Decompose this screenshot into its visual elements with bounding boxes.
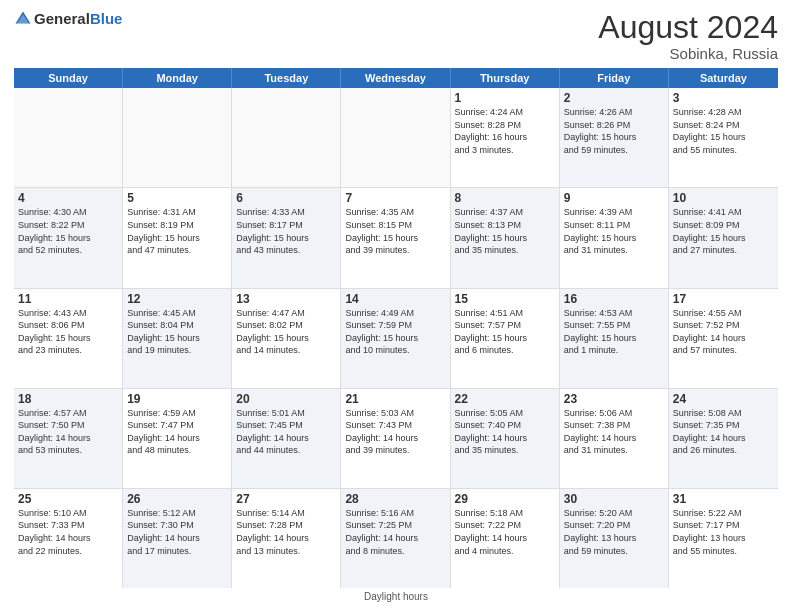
- footer-note: Daylight hours: [14, 591, 778, 602]
- day-number: 25: [18, 492, 118, 506]
- day-number: 11: [18, 292, 118, 306]
- calendar-cell: 16Sunrise: 4:53 AM Sunset: 7:55 PM Dayli…: [560, 289, 669, 388]
- day-info: Sunrise: 4:59 AM Sunset: 7:47 PM Dayligh…: [127, 407, 227, 457]
- calendar-cell: 22Sunrise: 5:05 AM Sunset: 7:40 PM Dayli…: [451, 389, 560, 488]
- subtitle: Sobinka, Russia: [598, 45, 778, 62]
- day-number: 27: [236, 492, 336, 506]
- day-number: 29: [455, 492, 555, 506]
- calendar-header-friday: Friday: [560, 68, 669, 88]
- calendar-week-1: 1Sunrise: 4:24 AM Sunset: 8:28 PM Daylig…: [14, 88, 778, 188]
- calendar-cell: 8Sunrise: 4:37 AM Sunset: 8:13 PM Daylig…: [451, 188, 560, 287]
- calendar-cell: [232, 88, 341, 187]
- calendar-cell: 13Sunrise: 4:47 AM Sunset: 8:02 PM Dayli…: [232, 289, 341, 388]
- day-number: 7: [345, 191, 445, 205]
- calendar: SundayMondayTuesdayWednesdayThursdayFrid…: [14, 68, 778, 588]
- calendar-header-monday: Monday: [123, 68, 232, 88]
- day-number: 17: [673, 292, 774, 306]
- calendar-cell: 18Sunrise: 4:57 AM Sunset: 7:50 PM Dayli…: [14, 389, 123, 488]
- calendar-cell: 31Sunrise: 5:22 AM Sunset: 7:17 PM Dayli…: [669, 489, 778, 588]
- calendar-header-thursday: Thursday: [451, 68, 560, 88]
- calendar-cell: 5Sunrise: 4:31 AM Sunset: 8:19 PM Daylig…: [123, 188, 232, 287]
- calendar-cell: 11Sunrise: 4:43 AM Sunset: 8:06 PM Dayli…: [14, 289, 123, 388]
- calendar-cell: 14Sunrise: 4:49 AM Sunset: 7:59 PM Dayli…: [341, 289, 450, 388]
- day-number: 20: [236, 392, 336, 406]
- calendar-cell: 4Sunrise: 4:30 AM Sunset: 8:22 PM Daylig…: [14, 188, 123, 287]
- day-info: Sunrise: 5:20 AM Sunset: 7:20 PM Dayligh…: [564, 507, 664, 557]
- calendar-cell: 7Sunrise: 4:35 AM Sunset: 8:15 PM Daylig…: [341, 188, 450, 287]
- day-number: 12: [127, 292, 227, 306]
- calendar-header-wednesday: Wednesday: [341, 68, 450, 88]
- day-info: Sunrise: 4:43 AM Sunset: 8:06 PM Dayligh…: [18, 307, 118, 357]
- day-info: Sunrise: 5:16 AM Sunset: 7:25 PM Dayligh…: [345, 507, 445, 557]
- day-number: 16: [564, 292, 664, 306]
- day-number: 4: [18, 191, 118, 205]
- day-number: 2: [564, 91, 664, 105]
- day-number: 24: [673, 392, 774, 406]
- main-title: August 2024: [598, 10, 778, 45]
- day-info: Sunrise: 5:08 AM Sunset: 7:35 PM Dayligh…: [673, 407, 774, 457]
- calendar-cell: [14, 88, 123, 187]
- calendar-cell: 10Sunrise: 4:41 AM Sunset: 8:09 PM Dayli…: [669, 188, 778, 287]
- day-number: 3: [673, 91, 774, 105]
- day-info: Sunrise: 5:12 AM Sunset: 7:30 PM Dayligh…: [127, 507, 227, 557]
- calendar-cell: 20Sunrise: 5:01 AM Sunset: 7:45 PM Dayli…: [232, 389, 341, 488]
- day-number: 26: [127, 492, 227, 506]
- day-info: Sunrise: 5:05 AM Sunset: 7:40 PM Dayligh…: [455, 407, 555, 457]
- calendar-header-saturday: Saturday: [669, 68, 778, 88]
- day-number: 13: [236, 292, 336, 306]
- calendar-cell: 3Sunrise: 4:28 AM Sunset: 8:24 PM Daylig…: [669, 88, 778, 187]
- calendar-cell: 26Sunrise: 5:12 AM Sunset: 7:30 PM Dayli…: [123, 489, 232, 588]
- calendar-cell: 6Sunrise: 4:33 AM Sunset: 8:17 PM Daylig…: [232, 188, 341, 287]
- calendar-cell: 29Sunrise: 5:18 AM Sunset: 7:22 PM Dayli…: [451, 489, 560, 588]
- calendar-header-row: SundayMondayTuesdayWednesdayThursdayFrid…: [14, 68, 778, 88]
- day-info: Sunrise: 5:22 AM Sunset: 7:17 PM Dayligh…: [673, 507, 774, 557]
- page: GeneralBlue August 2024 Sobinka, Russia …: [0, 0, 792, 612]
- day-info: Sunrise: 4:31 AM Sunset: 8:19 PM Dayligh…: [127, 206, 227, 256]
- calendar-cell: 21Sunrise: 5:03 AM Sunset: 7:43 PM Dayli…: [341, 389, 450, 488]
- day-info: Sunrise: 5:18 AM Sunset: 7:22 PM Dayligh…: [455, 507, 555, 557]
- day-number: 14: [345, 292, 445, 306]
- calendar-cell: [341, 88, 450, 187]
- header: GeneralBlue August 2024 Sobinka, Russia: [14, 10, 778, 62]
- calendar-cell: 25Sunrise: 5:10 AM Sunset: 7:33 PM Dayli…: [14, 489, 123, 588]
- calendar-cell: [123, 88, 232, 187]
- day-info: Sunrise: 5:10 AM Sunset: 7:33 PM Dayligh…: [18, 507, 118, 557]
- day-info: Sunrise: 5:14 AM Sunset: 7:28 PM Dayligh…: [236, 507, 336, 557]
- day-info: Sunrise: 4:49 AM Sunset: 7:59 PM Dayligh…: [345, 307, 445, 357]
- day-info: Sunrise: 4:53 AM Sunset: 7:55 PM Dayligh…: [564, 307, 664, 357]
- day-number: 10: [673, 191, 774, 205]
- day-number: 18: [18, 392, 118, 406]
- calendar-week-5: 25Sunrise: 5:10 AM Sunset: 7:33 PM Dayli…: [14, 489, 778, 588]
- day-number: 23: [564, 392, 664, 406]
- day-info: Sunrise: 4:41 AM Sunset: 8:09 PM Dayligh…: [673, 206, 774, 256]
- day-info: Sunrise: 4:55 AM Sunset: 7:52 PM Dayligh…: [673, 307, 774, 357]
- day-number: 6: [236, 191, 336, 205]
- calendar-cell: 30Sunrise: 5:20 AM Sunset: 7:20 PM Dayli…: [560, 489, 669, 588]
- calendar-cell: 1Sunrise: 4:24 AM Sunset: 8:28 PM Daylig…: [451, 88, 560, 187]
- day-number: 8: [455, 191, 555, 205]
- calendar-cell: 27Sunrise: 5:14 AM Sunset: 7:28 PM Dayli…: [232, 489, 341, 588]
- calendar-cell: 24Sunrise: 5:08 AM Sunset: 7:35 PM Dayli…: [669, 389, 778, 488]
- day-info: Sunrise: 4:45 AM Sunset: 8:04 PM Dayligh…: [127, 307, 227, 357]
- day-number: 30: [564, 492, 664, 506]
- day-info: Sunrise: 4:47 AM Sunset: 8:02 PM Dayligh…: [236, 307, 336, 357]
- day-info: Sunrise: 5:06 AM Sunset: 7:38 PM Dayligh…: [564, 407, 664, 457]
- calendar-week-2: 4Sunrise: 4:30 AM Sunset: 8:22 PM Daylig…: [14, 188, 778, 288]
- day-info: Sunrise: 4:33 AM Sunset: 8:17 PM Dayligh…: [236, 206, 336, 256]
- logo: GeneralBlue: [14, 10, 122, 28]
- calendar-week-4: 18Sunrise: 4:57 AM Sunset: 7:50 PM Dayli…: [14, 389, 778, 489]
- calendar-cell: 19Sunrise: 4:59 AM Sunset: 7:47 PM Dayli…: [123, 389, 232, 488]
- day-info: Sunrise: 5:03 AM Sunset: 7:43 PM Dayligh…: [345, 407, 445, 457]
- day-info: Sunrise: 4:51 AM Sunset: 7:57 PM Dayligh…: [455, 307, 555, 357]
- calendar-cell: 28Sunrise: 5:16 AM Sunset: 7:25 PM Dayli…: [341, 489, 450, 588]
- day-number: 31: [673, 492, 774, 506]
- day-number: 15: [455, 292, 555, 306]
- day-number: 28: [345, 492, 445, 506]
- logo-blue: Blue: [90, 10, 123, 27]
- day-number: 21: [345, 392, 445, 406]
- calendar-cell: 9Sunrise: 4:39 AM Sunset: 8:11 PM Daylig…: [560, 188, 669, 287]
- day-info: Sunrise: 4:35 AM Sunset: 8:15 PM Dayligh…: [345, 206, 445, 256]
- day-info: Sunrise: 4:57 AM Sunset: 7:50 PM Dayligh…: [18, 407, 118, 457]
- calendar-body: 1Sunrise: 4:24 AM Sunset: 8:28 PM Daylig…: [14, 88, 778, 588]
- calendar-cell: 15Sunrise: 4:51 AM Sunset: 7:57 PM Dayli…: [451, 289, 560, 388]
